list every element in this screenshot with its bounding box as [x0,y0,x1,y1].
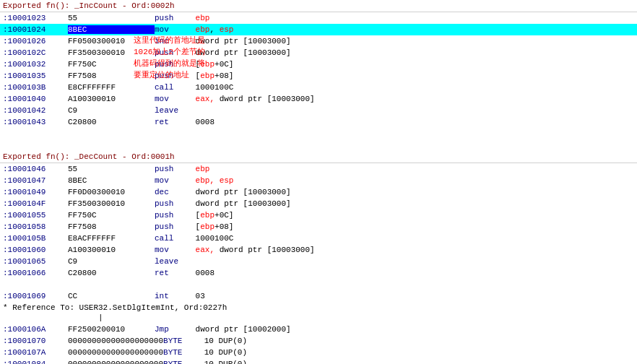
line-10001060[interactable]: :10001060 A100300010 mov eax, dword ptr … [0,244,637,256]
bytes: A100300010 [68,95,155,103]
blank-2 [0,139,637,151]
addr: :10001084 [3,360,68,364]
line-1000105b[interactable]: :1000105B E8ACFFFFFF call 1000100C [0,233,637,244]
addr: :10001066 [3,269,68,277]
disasm-container: Exported fn(): _IncCount - Ord:0002h :10… [0,0,637,364]
instr: dec dword ptr [10003000] [155,188,291,196]
instr: push [ebp+0C] [155,60,233,69]
addr: :10001055 [3,211,68,220]
instr: push dword ptr [10003000] [155,48,291,57]
line-1000106a[interactable]: :1000106A FF2500200010 Jmp dword ptr [10… [0,324,637,335]
addr: :1000103B [3,83,68,92]
line-10001035[interactable]: :10001035 FF7508 push [ebp+08] [0,70,637,82]
addr: :10001046 [3,165,68,173]
section-header-text: Exported fn(): _IncCount - Ord:0002h [3,1,175,10]
addr: :1000107A [3,348,68,357]
instr: inc dword ptr [10003000] [155,37,291,46]
section-header-deccount: Exported fn(): _DecCount - Ord:0001h [0,151,637,163]
addr: :10001069 [3,292,68,300]
addr: :10001035 [3,72,68,80]
line-10001055[interactable]: :10001055 FF750C push [ebp+0C] [0,209,637,221]
blank-1 [0,128,637,139]
line-1000104f[interactable]: :1000104F FF3500300010 push dword ptr [1… [0,198,637,209]
line-10001023[interactable]: :10001023 55 push ebp [0,12,637,24]
line-1000102c[interactable]: :1000102C FF3500300010 push dword ptr [1… [0,47,637,58]
instr: leave [155,106,191,115]
line-10001066[interactable]: :10001066 C20800 ret 0008 [0,267,637,279]
instr: push ebp [155,14,209,22]
line-10001026[interactable]: :10001026 FF0500300010 inc dword ptr [10… [0,35,637,47]
bytes: 8BEC [68,25,155,34]
bytes: FF750C [68,211,155,220]
addr: :1000104F [3,199,68,208]
instr: BYTE 10 DUP(0) [163,348,247,357]
instr: push ebp [155,165,209,173]
line-1000107a[interactable]: :1000107A 00000000000000000000 BYTE 10 D… [0,347,637,358]
line-10001042[interactable]: :10001042 C9 leave [0,105,637,116]
instr: mov ebp, esp [155,176,233,185]
instr: push [ebp+08] [155,72,233,80]
line-10001058[interactable]: :10001058 FF7508 push [ebp+08] [0,221,637,233]
line-10001049[interactable]: :10001049 FF0D00300010 dec dword ptr [10… [0,186,637,198]
line-10001065[interactable]: :10001065 C9 leave [0,256,637,267]
bytes: CC [68,292,155,300]
bytes: FF0500300010 [68,37,155,46]
addr: :10001060 [3,246,68,254]
bytes: C9 [68,257,155,266]
instr: mov eax, dword ptr [10003000] [155,246,315,254]
addr: :1000106A [3,325,68,334]
blank-3 [0,279,637,290]
instr: int 03 [155,292,205,300]
line-10001040[interactable]: :10001040 A100300010 mov eax, dword ptr … [0,93,637,105]
line-10001024[interactable]: :10001024 8BEC mov ebp, esp [0,24,637,35]
addr: :10001058 [3,222,68,231]
line-1000103b[interactable]: :1000103B E8CFFFFFFF call 1000100C [0,82,637,93]
line-10001043[interactable]: :10001043 C20800 ret 0008 [0,116,637,128]
bytes: 00000000000000000000 [68,337,163,345]
instr: Jmp dword ptr [10002000] [155,325,291,334]
addr: :10001065 [3,257,68,266]
instr: mov ebp, esp [155,25,233,34]
line-10001070[interactable]: :10001070 00000000000000000000 BYTE 10 D… [0,335,637,347]
bytes: 00000000000000000000 [68,348,163,357]
bytes: FF7508 [68,72,155,80]
bytes: FF750C [68,60,155,69]
line-10001046[interactable]: :10001046 55 push ebp [0,163,637,175]
addr: :1000105B [3,234,68,243]
instr: push dword ptr [10003000] [155,199,291,208]
bytes: 8BEC [68,176,155,185]
addr: :10001047 [3,176,68,185]
bytes: 55 [68,165,155,173]
addr: :1000102C [3,48,68,57]
line-10001084[interactable]: :10001084 00000000000000000000 BYTE 10 D… [0,358,637,364]
section-header-inccount: Exported fn(): _IncCount - Ord:0002h [0,0,637,12]
instr: ret 0008 [155,118,214,126]
arrow-line: | [0,313,637,324]
instr: push [ebp+08] [155,222,233,231]
addr: :10001049 [3,188,68,196]
addr: :10001023 [3,14,68,22]
bytes: C20800 [68,118,155,126]
instr: push [ebp+0C] [155,211,233,220]
instr: call 1000100C [155,234,233,243]
addr: :10001040 [3,95,68,103]
instr: mov eax, dword ptr [10003000] [155,95,315,103]
bytes: C9 [68,106,155,115]
instr: BYTE 10 DUP(0) [163,337,247,345]
line-10001032[interactable]: :10001032 FF750C push [ebp+0C] [0,58,637,70]
bytes: FF0D00300010 [68,188,155,196]
instr: BYTE 10 DUP(0) [163,360,247,364]
bytes: E8ACFFFFFF [68,234,155,243]
addr: :10001042 [3,106,68,115]
instr: ret 0008 [155,269,214,277]
bytes: FF3500300010 [68,48,155,57]
bytes: 00000000000000000000 [68,360,163,364]
addr: :10001026 [3,37,68,46]
bytes: FF2500200010 [68,325,155,334]
addr: :10001024 [3,25,68,34]
instr: leave [155,257,191,266]
line-10001069[interactable]: :10001069 CC int 03 [0,290,637,302]
bytes: FF7508 [68,222,155,231]
line-10001047[interactable]: :10001047 8BEC mov ebp, esp [0,175,637,186]
bytes: 55 [68,14,155,22]
